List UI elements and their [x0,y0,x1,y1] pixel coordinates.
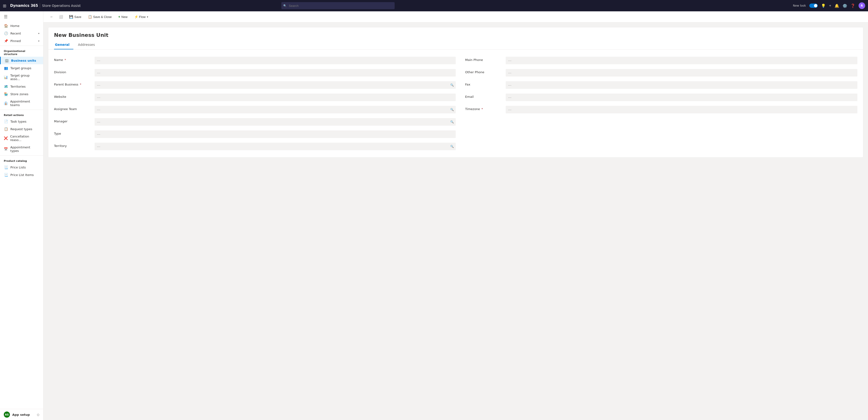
sidebar-menu-icon[interactable]: ☰ [0,11,43,22]
sidebar-item-label: Home [10,24,19,28]
brand: Dynamics 365 Store Operations Assist [10,3,81,8]
search-lookup-icon: 🔍 [450,108,454,111]
store-zones-icon: 🏪 [4,92,8,96]
email-field-wrap: --- [506,93,857,101]
manager-field-wrap: --- 🔍 [95,118,456,126]
manager-placeholder: --- [97,120,100,124]
apps-grid-icon[interactable]: ⊞ [3,3,6,8]
type-field-wrap: --- [95,131,456,138]
sidebar-item-recent[interactable]: 🕐 Recent ▾ [0,30,43,37]
new-button[interactable]: + New [116,14,130,20]
sidebar-item-task-types[interactable]: 📄 Task types [0,118,43,125]
sidebar-item-label: Cancellation reaso... [10,135,39,142]
back-button[interactable]: ← [48,14,55,20]
field-assignee-team: Assignee Team --- 🔍 [54,104,456,116]
save-close-button[interactable]: 📋 Save & Close [86,14,114,20]
notifications-icon[interactable]: 🔔 [835,4,839,8]
search-lookup-icon: 🔍 [450,145,454,148]
app-setup-footer[interactable]: AS App setup ◇ [0,409,43,420]
required-star: * [65,58,66,62]
sidebar-item-label: Pinned [10,39,21,43]
add-icon[interactable]: + [829,4,831,8]
territory-field[interactable]: --- 🔍 [95,143,456,150]
main-phone-placeholder: --- [508,59,512,62]
timezone-field-wrap: --- [506,106,857,113]
sidebar-item-target-group-asso[interactable]: 📊 Target group asso... [0,72,43,83]
assignee-team-field[interactable]: --- 🔍 [95,106,456,113]
timezone-field[interactable]: --- [506,106,857,113]
other-phone-field[interactable]: --- [506,69,857,77]
pin-icon: 📌 [4,39,8,43]
name-label: Name * [54,57,92,62]
parent-business-field[interactable]: --- 🔍 [95,81,456,89]
division-label: Division [54,69,92,74]
request-types-icon: 📋 [4,127,8,131]
new-look-toggle[interactable] [809,4,818,8]
sidebar-item-appointment-types[interactable]: 📅 Appointment types [0,144,43,155]
sidebar-item-label: Request types [10,127,32,131]
form-body: Name * --- Division --- [49,50,863,157]
division-field-wrap: --- [95,69,456,77]
sidebar-item-price-list-items[interactable]: 📃 Price List Items [0,171,43,178]
sidebar-item-label: Business units [11,59,36,62]
field-website: Website --- [54,91,456,104]
sidebar-item-target-groups[interactable]: 👥 Target groups [0,64,43,72]
website-field[interactable]: --- [95,93,456,101]
flow-button[interactable]: ⚡ Flow ▾ [132,14,151,20]
appointment-teams-icon: 👔 [4,101,8,105]
sidebar-item-label: Task types [10,120,26,123]
sidebar-item-label: Territories [10,85,26,88]
task-types-icon: 📄 [4,119,8,123]
sidebar-item-cancellation[interactable]: ❌ Cancellation reaso... [0,133,43,144]
retail-section-title: Retail actions [0,111,43,118]
tab-general[interactable]: General [54,40,73,49]
main-layout: ☰ 🏠 Home 🕐 Recent ▾ 📌 Pinned ▾ Organizat… [0,11,868,420]
settings-icon[interactable]: ⚙️ [842,4,847,8]
new-plus-icon: + [118,15,120,19]
question-icon[interactable]: ❓ [850,4,855,8]
window-icon-button[interactable]: ⬜ [57,14,65,20]
search-input[interactable] [281,2,395,9]
sidebar-item-pinned[interactable]: 📌 Pinned ▾ [0,37,43,45]
chevron-down-icon: ▾ [38,40,39,42]
main-phone-field[interactable]: --- [506,57,857,64]
sidebar-item-price-lists[interactable]: 📃 Price Lists [0,164,43,171]
territory-placeholder: --- [97,145,100,148]
fax-field[interactable]: --- [506,81,857,89]
sidebar-item-business-units[interactable]: 🏢 Business units [0,57,43,64]
manager-field[interactable]: --- 🔍 [95,118,456,126]
main-phone-label: Main Phone [465,57,503,62]
search-lookup-icon: 🔍 [450,83,454,87]
tab-addresses[interactable]: Addresses [77,40,99,49]
website-field-wrap: --- [95,93,456,101]
type-field[interactable]: --- [95,131,456,138]
email-field[interactable]: --- [506,93,857,101]
cancellation-icon: ❌ [4,136,8,140]
timezone-placeholder: --- [508,108,512,112]
required-star: * [80,83,81,86]
website-label: Website [54,93,92,99]
sidebar-item-appointment-teams[interactable]: 👔 Appointment teams [0,98,43,109]
territory-label: Territory [54,143,92,148]
field-other-phone: Other Phone --- [465,66,857,79]
right-actions: New look 💡 + 🔔 ⚙️ ❓ R [793,2,865,9]
email-label: Email [465,93,503,99]
field-main-phone: Main Phone --- [465,54,857,66]
sidebar-item-request-types[interactable]: 📋 Request types [0,125,43,133]
flow-icon: ⚡ [134,15,138,19]
other-phone-placeholder: --- [508,71,512,75]
division-field[interactable]: --- [95,69,456,77]
sidebar-item-territories[interactable]: 🗺️ Territories [0,83,43,90]
sidebar-item-store-zones[interactable]: 🏪 Store zones [0,90,43,98]
territory-field-wrap: --- 🔍 [95,143,456,150]
diamond-icon: ◇ [37,413,39,416]
help-lightbulb-icon[interactable]: 💡 [821,4,826,8]
sidebar-item-home[interactable]: 🏠 Home [0,22,43,30]
chevron-down-icon: ▾ [38,32,39,35]
field-fax: Fax --- [465,79,857,91]
save-button[interactable]: 💾 Save [67,14,84,20]
avatar[interactable]: R [859,2,865,9]
name-field[interactable]: --- [95,57,456,64]
field-name: Name * --- [54,54,456,66]
territories-icon: 🗺️ [4,85,8,88]
